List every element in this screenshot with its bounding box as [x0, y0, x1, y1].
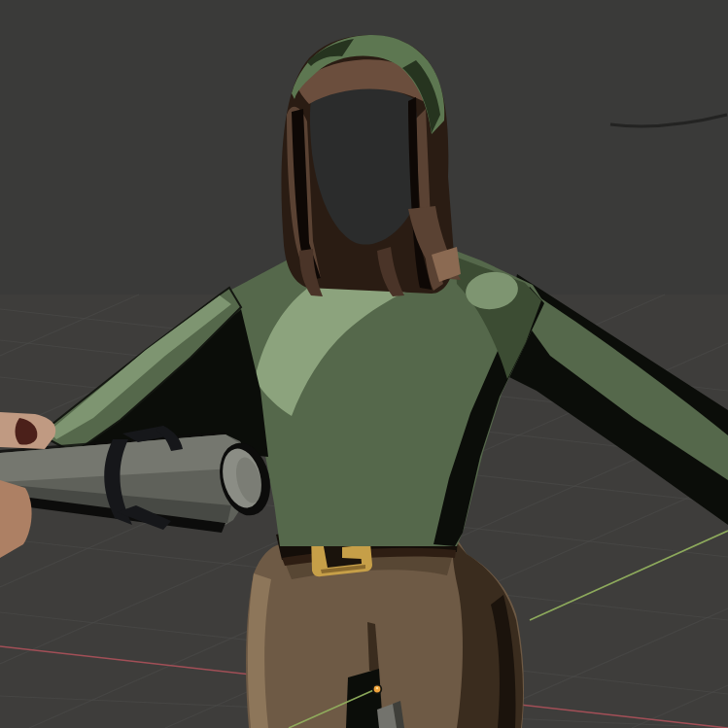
origin-center: [376, 687, 378, 689]
inner-leg-shadow: [346, 669, 383, 728]
world-origin-dot: [372, 684, 382, 694]
buckle-tab: [342, 545, 362, 559]
viewport-canvas[interactable]: [0, 0, 728, 728]
3d-viewport[interactable]: [0, 0, 728, 728]
